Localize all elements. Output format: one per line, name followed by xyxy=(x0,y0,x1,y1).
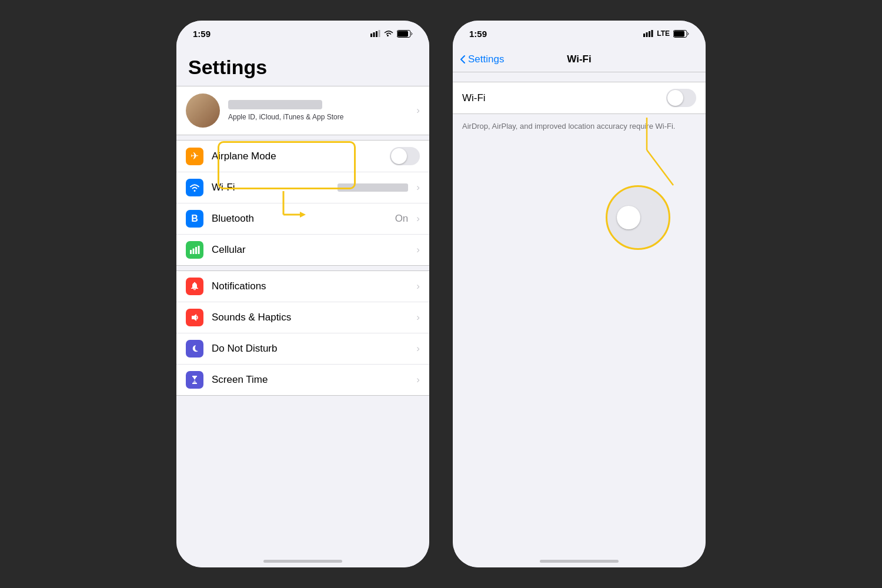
cellular-icon xyxy=(186,241,203,259)
airplane-mode-row[interactable]: ✈ Airplane Mode xyxy=(176,141,429,172)
wifi-settings-icon xyxy=(186,179,203,196)
wifi-row[interactable]: Wi-Fi › xyxy=(176,172,429,203)
svg-rect-20 xyxy=(652,30,653,37)
wifi-description: AirDrop, AirPlay, and improved location … xyxy=(453,114,706,139)
right-signal-icon xyxy=(643,30,653,37)
moon-svg xyxy=(190,344,199,353)
svg-rect-1 xyxy=(373,32,375,37)
left-phone-container: 1:59 xyxy=(176,21,429,567)
cellular-label: Cellular xyxy=(212,244,408,256)
connectivity-group: ✈ Airplane Mode xyxy=(176,140,429,266)
bluetooth-label: Bluetooth xyxy=(212,213,387,225)
sounds-icon xyxy=(186,309,203,326)
notifications-row[interactable]: Notifications › xyxy=(176,271,429,302)
battery-icon xyxy=(397,30,413,38)
wifi-nav-bar: Settings Wi-Fi xyxy=(453,46,706,72)
airplane-toggle[interactable] xyxy=(390,147,420,165)
svg-rect-6 xyxy=(190,250,192,254)
cellular-chevron: › xyxy=(416,244,420,256)
notifications-chevron: › xyxy=(416,280,420,292)
svg-rect-12 xyxy=(192,376,197,377)
wifi-detail-toggle-knob xyxy=(667,90,683,106)
wifi-status-icon xyxy=(384,30,393,37)
notifications-label: Notifications xyxy=(212,280,408,292)
svg-rect-19 xyxy=(649,31,650,37)
sounds-label: Sounds & Haptics xyxy=(212,312,408,323)
right-phone-screen: 1:59 LTE xyxy=(453,21,706,567)
settings-screen: Settings Apple ID, iCloud, iTunes & App … xyxy=(176,46,429,567)
hourglass-svg xyxy=(190,375,199,385)
airplane-icon: ✈ xyxy=(186,148,203,165)
svg-rect-22 xyxy=(674,31,684,36)
left-phone-screen: 1:59 xyxy=(176,21,429,567)
apple-id-subtitle: Apple ID, iCloud, iTunes & App Store xyxy=(228,113,408,121)
dnd-icon xyxy=(186,340,203,358)
svg-rect-18 xyxy=(646,32,648,37)
left-status-bar: 1:59 xyxy=(176,21,429,46)
settings-title: Settings xyxy=(176,46,429,86)
nav-back[interactable]: Settings xyxy=(460,54,504,65)
dnd-row[interactable]: Do Not Disturb › xyxy=(176,333,429,365)
nav-title: Wi-Fi xyxy=(567,54,591,65)
speaker-svg xyxy=(190,313,199,322)
wifi-detail-screen: Settings Wi-Fi Wi-Fi AirDrop, AirPlay, a… xyxy=(453,46,706,567)
screen-time-label: Screen Time xyxy=(212,374,408,386)
cellular-row[interactable]: Cellular › xyxy=(176,235,429,265)
bluetooth-chevron: › xyxy=(416,213,420,225)
left-status-time: 1:59 xyxy=(193,29,211,39)
signal-icon xyxy=(370,30,380,37)
screen-time-chevron: › xyxy=(416,374,420,386)
cellular-svg xyxy=(189,246,200,254)
screen-time-icon xyxy=(186,371,203,389)
nav-back-label: Settings xyxy=(468,54,504,65)
svg-rect-3 xyxy=(379,30,380,37)
notifications-group: Notifications › Sounds & Haptics › xyxy=(176,270,429,396)
wifi-svg xyxy=(189,183,200,192)
apple-id-chevron: › xyxy=(416,105,420,116)
right-battery-icon xyxy=(673,30,689,38)
airplane-label: Airplane Mode xyxy=(212,151,382,162)
sounds-row[interactable]: Sounds & Haptics › xyxy=(176,302,429,333)
sounds-chevron: › xyxy=(416,312,420,323)
back-chevron-icon xyxy=(460,55,466,64)
bluetooth-row[interactable]: B Bluetooth On › xyxy=(176,203,429,235)
right-status-bar: 1:59 LTE xyxy=(453,21,706,46)
left-home-indicator xyxy=(263,560,342,563)
wifi-toggle-label: Wi-Fi xyxy=(462,92,666,104)
svg-rect-5 xyxy=(397,31,408,36)
apple-id-row[interactable]: Apple ID, iCloud, iTunes & App Store › xyxy=(176,86,429,135)
bell-svg xyxy=(190,282,199,291)
svg-rect-13 xyxy=(192,383,197,384)
svg-rect-7 xyxy=(193,249,195,255)
airplane-toggle-knob xyxy=(391,148,407,164)
wifi-label: Wi-Fi xyxy=(212,182,329,193)
svg-rect-2 xyxy=(376,31,377,37)
right-phone-container: 1:59 LTE xyxy=(453,21,706,567)
phones-wrapper: 1:59 xyxy=(176,21,706,567)
left-status-icons xyxy=(370,30,413,38)
apple-id-text: Apple ID, iCloud, iTunes & App Store xyxy=(228,100,408,121)
svg-rect-0 xyxy=(370,34,372,37)
svg-rect-8 xyxy=(195,247,197,254)
svg-rect-17 xyxy=(643,34,645,37)
right-status-icons: LTE xyxy=(643,29,689,38)
notifications-icon xyxy=(186,278,203,295)
bluetooth-value: On xyxy=(395,213,409,225)
bluetooth-icon: B xyxy=(186,210,203,228)
wifi-chevron: › xyxy=(416,182,420,193)
apple-id-avatar xyxy=(186,93,220,128)
right-status-time: 1:59 xyxy=(469,29,487,39)
screen-time-row[interactable]: Screen Time › xyxy=(176,365,429,395)
right-home-indicator xyxy=(540,560,619,563)
svg-marker-11 xyxy=(192,314,196,321)
wifi-detail-toggle[interactable] xyxy=(666,89,696,107)
wifi-toggle-row[interactable]: Wi-Fi xyxy=(453,82,706,114)
svg-point-10 xyxy=(194,282,195,283)
dnd-label: Do Not Disturb xyxy=(212,343,408,355)
wifi-name-blur xyxy=(338,183,408,192)
apple-id-name-blur xyxy=(228,100,322,109)
lte-label: LTE xyxy=(657,29,670,38)
dnd-chevron: › xyxy=(416,343,420,355)
svg-rect-9 xyxy=(198,246,200,254)
